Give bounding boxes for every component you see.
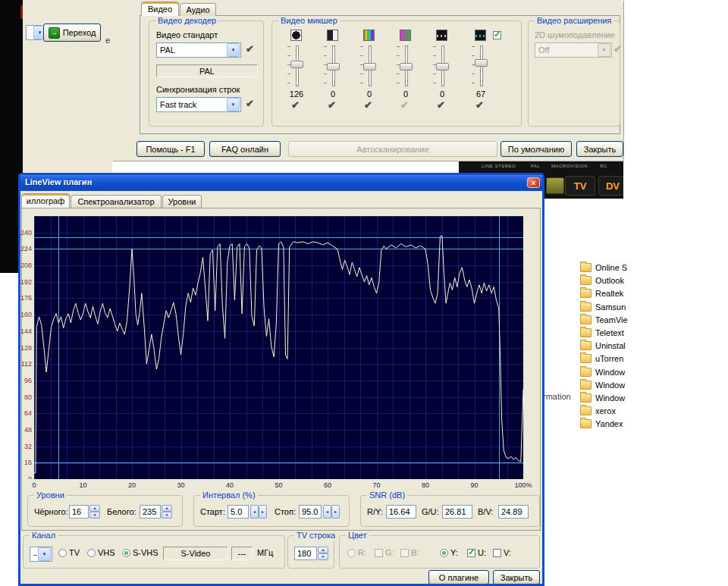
- toolbar-combo[interactable]: [26, 25, 42, 40]
- remote-button[interactable]: [546, 177, 564, 194]
- start-field[interactable]: 5.0: [228, 505, 249, 519]
- tv-line-spinner[interactable]: [318, 547, 328, 560]
- tab-spectrum-analyzer[interactable]: Спектроанализатор: [71, 195, 162, 208]
- mixer-value: 0: [316, 89, 350, 99]
- about-plugin-button[interactable]: О плагине: [428, 570, 489, 584]
- x-axis-tick-label: 10: [79, 481, 86, 489]
- spin-up-icon[interactable]: [89, 505, 100, 512]
- chevron-down-icon[interactable]: [38, 547, 51, 561]
- spin-up-icon[interactable]: [318, 547, 328, 553]
- go-button[interactable]: Переход: [43, 24, 101, 42]
- black-level-spinner[interactable]: [89, 505, 100, 519]
- white-level-value: 235: [143, 507, 156, 516]
- color-group: Цвет R: G: B: Y: U: V:: [339, 535, 540, 569]
- slider-thumb[interactable]: [327, 63, 340, 71]
- video-standard-display: PAL: [156, 64, 258, 77]
- folder-item[interactable]: Window: [580, 392, 625, 404]
- spin-left-icon[interactable]: [250, 505, 259, 519]
- spin-right-icon[interactable]: [259, 505, 267, 519]
- slider-thumb[interactable]: [290, 61, 303, 68]
- folder-item[interactable]: Teletext: [580, 327, 624, 339]
- folder-item[interactable]: TeamVie: [580, 314, 628, 326]
- folder-item[interactable]: Uninstal: [580, 340, 626, 352]
- mixer-apply-check-icon[interactable]: [437, 100, 445, 110]
- folder-item[interactable]: uTorren: [580, 353, 623, 365]
- apply-check-icon[interactable]: [246, 44, 254, 54]
- dv-mode-button[interactable]: DV: [598, 176, 623, 196]
- snr-group: SNR (dB) R/Y: 16.64 G/U: 26.81 B/V: 24.8…: [360, 495, 540, 527]
- spin-down-icon[interactable]: [318, 553, 328, 560]
- mixer-enable-checkbox[interactable]: [493, 31, 501, 39]
- spin-down-icon[interactable]: [89, 512, 100, 519]
- chevron-down-icon[interactable]: [227, 98, 240, 111]
- radio-vhs[interactable]: [87, 549, 96, 557]
- mixer-value: 0: [353, 89, 386, 99]
- levels-title: Уровни: [34, 490, 67, 500]
- folder-item[interactable]: Window: [580, 379, 625, 391]
- spin-right-icon[interactable]: [331, 505, 340, 519]
- help-button[interactable]: Помощь - F1: [136, 141, 205, 157]
- slider-thumb[interactable]: [436, 63, 449, 71]
- mixer-apply-check-icon[interactable]: [400, 100, 409, 110]
- spin-up-icon[interactable]: [162, 505, 172, 512]
- close-icon[interactable]: [527, 177, 540, 188]
- white-level-field[interactable]: 235: [140, 505, 161, 519]
- lineview-titlebar[interactable]: LineView плагин: [20, 175, 542, 191]
- start-spinner[interactable]: [250, 505, 267, 519]
- folder-name: Samsun: [595, 302, 626, 312]
- checkbox-b-label: B:: [411, 548, 419, 558]
- folder-item[interactable]: xerox: [580, 405, 616, 417]
- tv-line-group: TV строка 180: [287, 535, 334, 569]
- tab-oscillograph[interactable]: иллограф: [21, 193, 70, 208]
- close-dialog-button[interactable]: Закрыть: [576, 141, 623, 157]
- svideo-display: S-Video: [163, 547, 228, 560]
- stop-spinner[interactable]: [323, 505, 340, 519]
- mixer-apply-check-icon[interactable]: [328, 100, 336, 110]
- denoise-slider-column: 67: [463, 21, 499, 126]
- folder-item[interactable]: Yandex: [580, 418, 623, 430]
- checkbox-u[interactable]: [467, 549, 475, 557]
- folder-item[interactable]: Samsun: [580, 301, 626, 313]
- mixer-apply-check-icon[interactable]: [291, 100, 300, 110]
- radio-tv[interactable]: [58, 549, 67, 557]
- stop-field[interactable]: 95.0: [299, 505, 322, 519]
- folder-name: Realtek: [595, 289, 623, 298]
- waveform-trace: [34, 236, 523, 473]
- y-axis-tick-label: 48: [24, 426, 32, 434]
- spin-left-icon[interactable]: [323, 505, 331, 519]
- folder-name: Yandex: [595, 419, 623, 428]
- folder-item[interactable]: Outlook: [580, 274, 624, 287]
- slider-thumb[interactable]: [363, 63, 376, 71]
- tab-levels[interactable]: Уровни: [162, 195, 202, 208]
- folder-item[interactable]: Online S: [580, 262, 627, 274]
- spin-down-icon[interactable]: [162, 512, 172, 519]
- faq-button[interactable]: FAQ онлайн: [209, 141, 281, 157]
- checkbox-v[interactable]: [493, 549, 501, 557]
- video-standard-combo[interactable]: PAL: [156, 42, 241, 58]
- defaults-button[interactable]: По умолчанию: [500, 141, 572, 157]
- chevron-down-icon[interactable]: [227, 43, 240, 57]
- mixer-apply-check-icon[interactable]: [364, 100, 372, 110]
- slider-thumb[interactable]: [400, 63, 413, 71]
- radio-svhs[interactable]: [122, 549, 130, 557]
- close-plugin-button[interactable]: Закрыть: [493, 570, 540, 584]
- black-level-field[interactable]: 16: [69, 505, 89, 519]
- tab-video[interactable]: Видео: [141, 2, 179, 16]
- tv-line-field[interactable]: 180: [294, 547, 317, 560]
- radio-y[interactable]: [440, 549, 448, 557]
- white-level-spinner[interactable]: [162, 505, 172, 519]
- remote-status-label: RC: [600, 164, 607, 168]
- checkbox-v-label: V:: [504, 548, 511, 558]
- line-sync-combo[interactable]: Fast track: [156, 97, 241, 112]
- tab-audio[interactable]: Аудио: [180, 3, 216, 16]
- tv-mode-button[interactable]: TV: [565, 176, 595, 196]
- mixer-apply-check-icon[interactable]: [475, 100, 484, 110]
- slider-thumb[interactable]: [475, 59, 488, 67]
- stop-label: Стоп:: [275, 507, 296, 517]
- snr-ry-label: R/Y:: [367, 507, 383, 517]
- folder-item[interactable]: Realtek: [580, 287, 623, 299]
- channel-combo[interactable]: --: [30, 547, 52, 562]
- folder-item[interactable]: Window: [580, 366, 625, 378]
- apply-check-icon[interactable]: [246, 99, 254, 108]
- y-axis-tick-label: 0: [28, 475, 32, 479]
